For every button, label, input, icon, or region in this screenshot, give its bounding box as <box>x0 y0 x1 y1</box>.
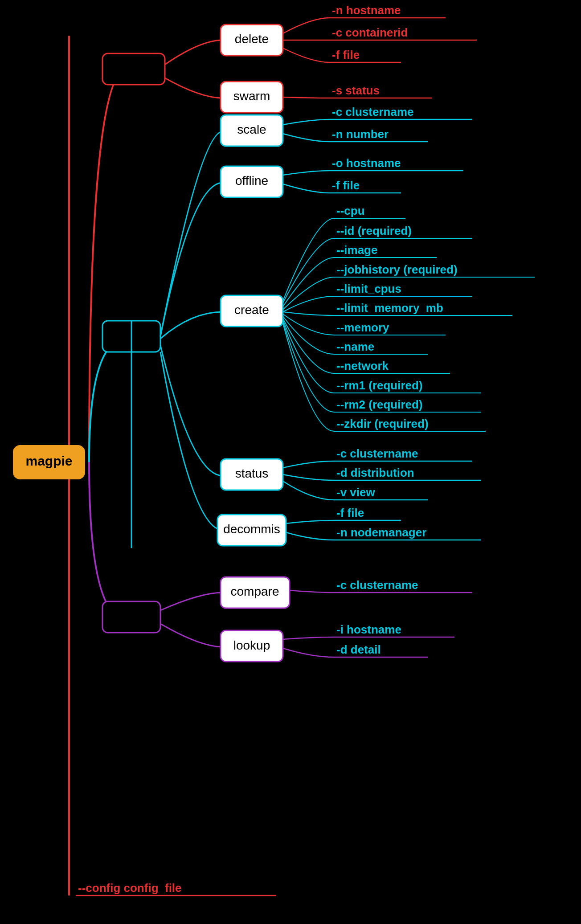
create-label: create <box>234 303 269 317</box>
leaf-i-hostname: -i hostname <box>336 623 401 636</box>
swarm-label: swarm <box>233 89 270 103</box>
svg-rect-0 <box>0 0 581 924</box>
leaf-f-file-offline: -f file <box>332 179 360 192</box>
leaf-n-number: -n number <box>332 127 389 141</box>
tool-label: tool <box>121 609 141 623</box>
leaf-c-clustername-scale: -c clustername <box>332 105 414 119</box>
leaf-rm1-required: --rm1 (required) <box>336 379 423 392</box>
leaf-memory: --memory <box>336 321 389 334</box>
leaf-image: --image <box>336 243 377 257</box>
leaf-o-hostname: -o hostname <box>332 156 401 170</box>
status-label: status <box>235 466 269 480</box>
leaf-jobhistory-required: --jobhistory (required) <box>336 263 458 276</box>
leaf-config-config-file: --config config_file <box>78 881 182 895</box>
leaf-s-status: -s status <box>332 84 380 97</box>
leaf-f-file-delete: -f file <box>332 48 360 61</box>
compare-label: compare <box>231 585 279 598</box>
leaf-limit-cpus: --limit_cpus <box>336 282 401 295</box>
leaf-f-file-decommis: -f file <box>336 506 364 519</box>
lookup-label: lookup <box>233 638 270 652</box>
leaf-name: --name <box>336 340 374 353</box>
leaf-d-detail: -d detail <box>336 643 381 656</box>
leaf-network: --network <box>336 359 389 372</box>
offline-label: offline <box>235 174 268 188</box>
delete-label: delete <box>235 32 269 46</box>
leaf-c-containerid: -c containerid <box>332 26 408 39</box>
docker-label: docker <box>115 61 152 75</box>
leaf-cpu: --cpu <box>336 204 365 217</box>
leaf-zkdir-required: --zkdir (required) <box>336 417 429 430</box>
leaf-c-clustername-compare: -c clustername <box>336 578 418 592</box>
decommis-label: decommis <box>223 522 280 536</box>
root-label: magpie <box>25 454 72 468</box>
leaf-rm2-required: --rm2 (required) <box>336 398 423 411</box>
leaf-limit-memory-mb: --limit_memory_mb <box>336 301 443 315</box>
leaf-d-distribution: -d distribution <box>336 466 414 479</box>
leaf-id-required: --id (required) <box>336 224 412 237</box>
leaf-c-clustername-status: -c clustername <box>336 447 418 460</box>
scale-label: scale <box>237 123 266 136</box>
leaf-n-nodemanager: -n nodemanager <box>336 526 426 539</box>
leaf-v-view: -v view <box>336 486 375 499</box>
leaf-n-hostname: -n hostname <box>332 4 401 17</box>
